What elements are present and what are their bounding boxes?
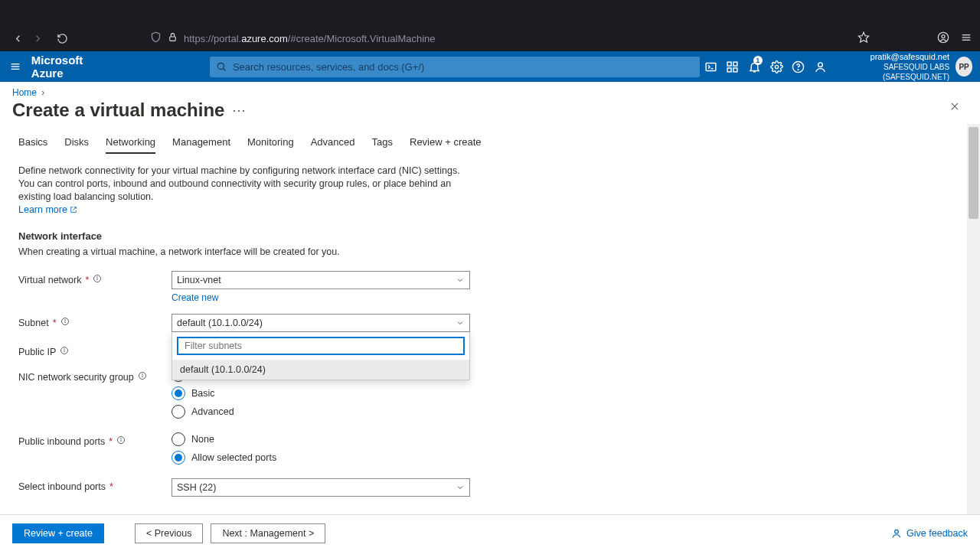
publicip-label: Public IP [18,347,56,357]
svg-line-11 [224,69,226,71]
tab-basics[interactable]: Basics [18,136,47,154]
svg-rect-15 [733,62,737,66]
svg-marker-1 [858,32,868,42]
browser-address-bar: https://portal.azure.com/#create/Microso… [0,25,980,51]
global-search-input[interactable] [231,60,694,73]
give-feedback-link[interactable]: Give feedback [891,528,968,539]
browser-url-input[interactable]: https://portal.azure.com/#create/Microso… [144,28,848,49]
select-ports-label: Select inbound ports [18,481,106,492]
chevron-down-icon [456,318,465,328]
previous-button[interactable]: < Previous [135,523,203,543]
title-more-icon[interactable]: ⋯ [232,102,246,119]
inbound-label: Public inbound ports [18,436,105,447]
account-block[interactable]: pratik@safesquid.net SAFESQUID LABS (SAF… [836,52,949,82]
nsg-radio-advanced[interactable]: Advanced [172,405,470,419]
learn-more-link[interactable]: Learn more [18,204,77,215]
svg-point-32 [64,349,65,350]
svg-point-3 [942,34,945,37]
help-icon[interactable] [787,51,809,82]
content-scroll-area: Basics Disks Networking Management Monit… [0,124,980,514]
azure-brand[interactable]: Microsoft Azure [31,54,105,80]
search-icon [216,61,227,72]
browser-menu-icon[interactable] [960,31,972,46]
inbound-radio-none[interactable]: None [172,432,470,446]
info-icon[interactable] [116,435,126,447]
external-link-icon [70,206,77,214]
cloud-shell-icon[interactable] [700,51,722,82]
svg-point-29 [64,320,65,321]
breadcrumb-home[interactable]: Home [12,87,37,98]
azure-header: Microsoft Azure 1 pratik@safesquid.net S… [0,51,980,82]
user-email: pratik@safesquid.net [836,52,949,62]
tab-review[interactable]: Review + create [410,136,482,154]
section-subtitle: When creating a virtual machine, a netwo… [18,246,962,257]
browser-forward-button[interactable] [28,28,47,48]
browser-reload-button[interactable] [52,28,72,48]
review-create-button[interactable]: Review + create [12,523,104,543]
tab-advanced[interactable]: Advanced [311,136,355,154]
settings-icon[interactable] [766,51,788,82]
vnet-value: Linux-vnet [177,275,221,285]
feedback-person-icon [891,528,902,539]
tab-disks[interactable]: Disks [64,136,89,154]
nsg-label: NIC network security group [18,372,134,383]
create-new-vnet-link[interactable]: Create new [172,292,218,303]
tab-networking[interactable]: Networking [106,136,155,154]
svg-rect-14 [727,62,731,66]
portal-menu-button[interactable] [0,60,31,73]
info-icon[interactable] [138,371,147,383]
vnet-select[interactable]: Linux-vnet [172,271,470,289]
directories-icon[interactable] [722,51,744,82]
info-icon[interactable] [60,317,70,328]
svg-rect-17 [727,67,731,71]
select-ports-select[interactable]: SSH (22) [172,478,470,497]
feedback-icon[interactable] [809,51,831,82]
nsg-radio-basic[interactable]: Basic [172,386,470,400]
breadcrumb-chevron-icon: › [41,87,44,98]
radio-icon [172,405,185,419]
inbound-radio-allow[interactable]: Allow selected ports [172,451,470,465]
required-icon: * [109,436,113,447]
svg-point-18 [775,65,778,68]
notifications-icon[interactable]: 1 [743,51,766,82]
svg-point-38 [121,439,122,439]
svg-point-10 [217,63,224,69]
subnet-filter-input[interactable] [183,340,459,352]
tab-management[interactable]: Management [172,136,230,154]
chevron-down-icon [456,483,465,492]
avatar[interactable]: PP [956,57,972,77]
required-icon: * [53,318,57,328]
page-title: Create a virtual machine [12,99,224,121]
subnet-dropdown: default (10.1.0.0/24) [172,332,470,380]
svg-rect-0 [170,37,176,41]
svg-point-20 [798,69,799,70]
scrollbar-thumb[interactable] [969,127,978,219]
bookmark-star-icon[interactable] [858,31,870,46]
svg-point-26 [97,277,98,278]
required-icon: * [85,275,89,285]
close-blade-button[interactable] [949,101,960,114]
info-icon[interactable] [93,274,102,285]
tab-description: Define network connectivity for your vir… [18,165,462,204]
lock-icon [168,32,178,44]
info-icon[interactable] [60,346,69,357]
account-icon[interactable] [937,31,949,46]
tab-tags[interactable]: Tags [372,136,393,154]
radio-icon [172,432,185,446]
subnet-option-default[interactable]: default (10.1.0.0/24) [172,360,469,380]
vnet-label: Virtual network [18,275,81,285]
svg-rect-16 [733,67,737,71]
tab-monitoring[interactable]: Monitoring [247,136,294,154]
browser-tab-strip [0,0,980,25]
tracking-shield-icon [150,31,162,45]
subnet-select[interactable]: default (10.1.0.0/24) [172,314,470,332]
tenant-name: SAFESQUID LABS (SAFESQUID.NET) [836,62,949,82]
radio-icon [172,451,185,465]
scrollbar-track[interactable] [967,124,980,514]
chevron-down-icon [456,276,465,285]
subnet-label: Subnet [18,318,49,328]
select-ports-value: SSH (22) [177,482,216,493]
next-button[interactable]: Next : Management > [211,523,325,543]
global-search[interactable] [210,57,700,77]
browser-back-button[interactable] [8,28,28,48]
